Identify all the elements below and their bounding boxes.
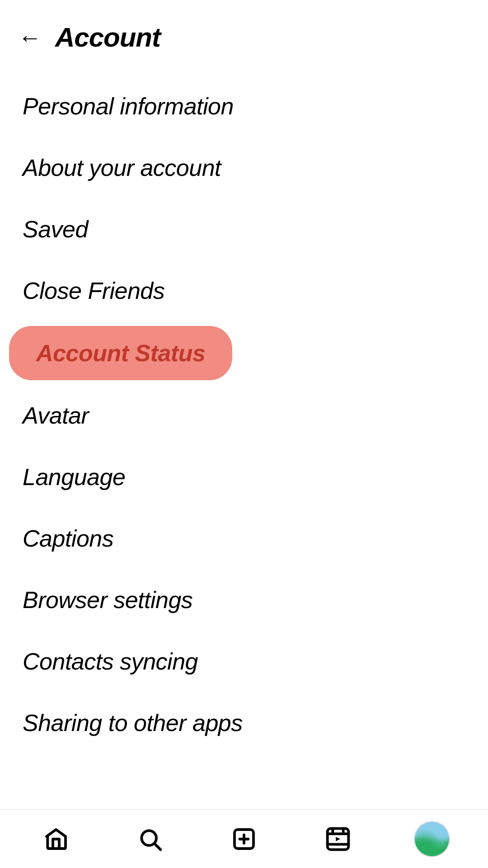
menu-item-personal-information[interactable]: Personal information xyxy=(0,75,488,137)
menu-item-about-your-account[interactable]: About your account xyxy=(0,137,488,198)
menu-item-sharing-to-other-apps[interactable]: Sharing to other apps xyxy=(0,692,488,754)
main-content: ← Account Personal informationAbout your… xyxy=(0,0,488,826)
back-button[interactable]: ← xyxy=(18,26,42,49)
menu-item-close-friends[interactable]: Close Friends xyxy=(0,260,488,321)
nav-home[interactable] xyxy=(33,816,79,862)
menu-item-label-avatar: Avatar xyxy=(23,402,89,429)
menu-item-label-account-status: Account Status xyxy=(9,326,232,380)
menu-item-label-personal-information: Personal information xyxy=(23,93,234,119)
nav-reels[interactable] xyxy=(315,816,361,862)
menu-item-avatar[interactable]: Avatar xyxy=(0,385,488,446)
home-icon xyxy=(43,826,69,852)
menu-item-label-saved: Saved xyxy=(23,216,88,242)
header: ← Account xyxy=(0,0,488,66)
nav-search[interactable] xyxy=(127,816,173,862)
menu-item-label-captions: Captions xyxy=(23,525,113,552)
menu-item-label-contacts-syncing: Contacts syncing xyxy=(23,648,198,675)
menu-item-captions[interactable]: Captions xyxy=(0,508,488,569)
menu-item-saved[interactable]: Saved xyxy=(0,198,488,260)
plus-square-icon xyxy=(231,826,257,852)
svg-line-1 xyxy=(155,844,161,849)
menu-item-label-browser-settings: Browser settings xyxy=(23,587,192,613)
menu-list: Personal informationAbout your accountSa… xyxy=(0,66,488,763)
menu-item-language[interactable]: Language xyxy=(0,446,488,508)
search-icon xyxy=(137,826,163,852)
menu-item-label-about-your-account: About your account xyxy=(23,155,221,181)
menu-item-contacts-syncing[interactable]: Contacts syncing xyxy=(0,631,488,692)
menu-item-label-sharing-to-other-apps: Sharing to other apps xyxy=(23,710,243,736)
page-title: Account xyxy=(55,22,160,53)
menu-item-label-close-friends: Close Friends xyxy=(23,278,164,304)
reels-icon xyxy=(325,826,351,852)
svg-marker-10 xyxy=(336,837,340,841)
menu-item-browser-settings[interactable]: Browser settings xyxy=(0,569,488,631)
nav-new-post[interactable] xyxy=(221,816,267,862)
menu-item-account-status[interactable]: Account Status xyxy=(0,321,488,385)
avatar-image xyxy=(415,822,449,856)
bottom-nav xyxy=(0,809,488,868)
menu-item-label-language: Language xyxy=(23,464,125,490)
nav-profile[interactable] xyxy=(409,816,455,862)
profile-avatar xyxy=(414,821,450,857)
